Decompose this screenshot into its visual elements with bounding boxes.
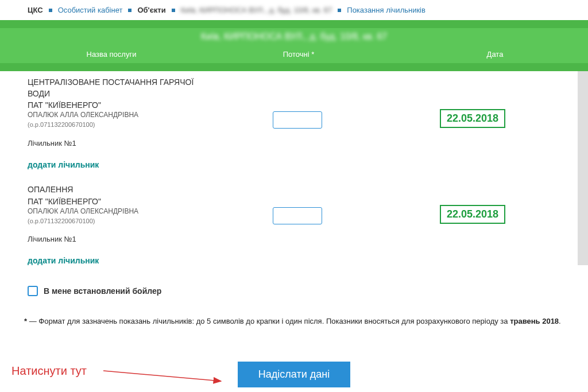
footnote-dot: .: [559, 317, 561, 325]
breadcrumb-sep-icon: [49, 9, 52, 12]
service-company: ПАТ "КИЇВЕНЕРГО": [28, 100, 200, 110]
breadcrumb-sep-icon: [128, 9, 131, 12]
boiler-checkbox-row: В мене встановлений бойлер: [0, 280, 588, 302]
footnote: * — Формат для зазначень показань лічиль…: [0, 302, 588, 333]
service-name: ЦЕНТРАЛІЗОВАНЕ ПОСТАЧАННЯ ГАРЯЧОЇ ВОДИ: [28, 77, 200, 99]
meter-label: Лічильник №1: [28, 139, 550, 148]
service-company: ПАТ "КИЇВЕНЕРГО": [28, 197, 200, 206]
meter-label: Лічильник №1: [28, 235, 550, 243]
breadcrumb-address[interactable]: Київ, КИРПОНОСА ВУЛ., д. буд. 10/8, кв. …: [181, 6, 332, 14]
header-date: Дата: [402, 50, 588, 59]
service-person: ОПАЛЮК АЛЛА ОЛЕКСАНДРІВНА: [28, 207, 200, 215]
boiler-checkbox[interactable]: [28, 286, 38, 296]
breadcrumb-meters[interactable]: Показання лічильників: [347, 6, 425, 14]
date-display: 22.05.2018: [440, 109, 505, 128]
breadcrumb-root[interactable]: ЦКС: [28, 6, 43, 14]
service-info: ЦЕНТРАЛІЗОВАНЕ ПОСТАЧАННЯ ГАРЯЧОЇ ВОДИ П…: [28, 77, 200, 128]
footnote-text: — Формат для зазначень показань лічильни…: [27, 317, 510, 325]
boiler-label: В мене встановлений бойлер: [44, 286, 161, 296]
header-current: Поточні *: [195, 50, 402, 59]
service-account: (о.р.071132200670100): [28, 218, 200, 224]
service-info: ОПАЛЕННЯ ПАТ "КИЇВЕНЕРГО" ОПАЛЮК АЛЛА ОЛ…: [28, 184, 200, 224]
content-area: ЦЕНТРАЛІЗОВАНЕ ПОСТАЧАННЯ ГАРЯЧОЇ ВОДИ П…: [0, 71, 588, 265]
action-row: Натиснути тут Надіслати дані: [0, 333, 588, 393]
footnote-period: травень 2018: [510, 317, 559, 325]
submit-button[interactable]: Надіслати дані: [238, 362, 350, 387]
arrow-icon: [103, 365, 230, 388]
add-meter-link[interactable]: додати лічильник: [28, 256, 550, 265]
breadcrumb-cabinet[interactable]: Особистий кабінет: [58, 6, 123, 14]
banner-address: Київ, КИРПОНОСА ВУЛ., д. буд. 10/8, кв. …: [201, 32, 387, 41]
breadcrumb-sep-icon: [338, 9, 341, 12]
service-person: ОПАЛЮК АЛЛА ОЛЕКСАНДРІВНА: [28, 111, 200, 119]
meter-reading-input[interactable]: [273, 111, 322, 129]
address-banner: Київ, КИРПОНОСА ВУЛ., д. буд. 10/8, кв. …: [0, 20, 588, 71]
service-block: ЦЕНТРАЛІЗОВАНЕ ПОСТАЧАННЯ ГАРЯЧОЇ ВОДИ П…: [28, 77, 550, 169]
breadcrumb: ЦКС Особистий кабінет Об'єкти Київ, КИРП…: [0, 0, 588, 20]
annotation-text: Натиснути тут: [11, 364, 87, 378]
svg-line-1: [103, 371, 221, 381]
breadcrumb-sep-icon: [172, 9, 175, 12]
header-service: Назва послуги: [0, 50, 195, 59]
service-account: (о.р.071132200670100): [28, 121, 200, 128]
meter-reading-input[interactable]: [273, 207, 322, 224]
date-display: 22.05.2018: [440, 205, 505, 224]
breadcrumb-objects[interactable]: Об'єкти: [137, 6, 165, 14]
table-header: Назва послуги Поточні * Дата: [0, 45, 588, 63]
add-meter-link[interactable]: додати лічильник: [28, 160, 550, 169]
service-name: ОПАЛЕННЯ: [28, 184, 200, 196]
service-block: ОПАЛЕННЯ ПАТ "КИЇВЕНЕРГО" ОПАЛЮК АЛЛА ОЛ…: [28, 184, 550, 265]
